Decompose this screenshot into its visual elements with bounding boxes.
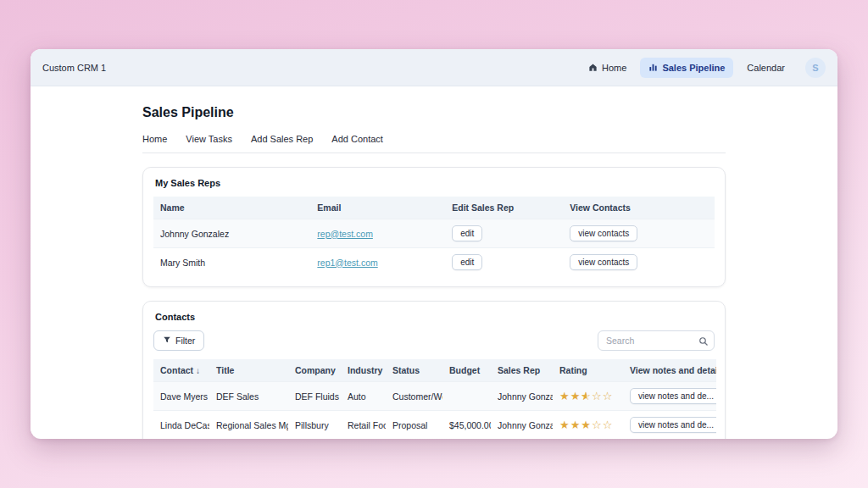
tab-view-tasks[interactable]: View Tasks	[186, 134, 232, 144]
pipeline-icon	[648, 63, 658, 72]
tab-home[interactable]: Home	[142, 134, 167, 144]
cell-status: Customer/Won	[386, 382, 442, 411]
col-header-sales-rep: Sales Rep	[491, 359, 553, 382]
table-row: Mary Smith rep1@test.com edit view conta…	[153, 248, 715, 277]
nav-item-label: Home	[602, 63, 626, 73]
sales-reps-table: Name Email Edit Sales Rep View Contacts …	[153, 197, 715, 276]
tab-add-sales-rep[interactable]: Add Sales Rep	[251, 134, 313, 144]
col-header-view-notes[interactable]: View notes and details↓	[623, 359, 716, 382]
edit-button[interactable]: edit	[452, 225, 482, 241]
user-avatar[interactable]: S	[805, 58, 826, 78]
top-bar: Custom CRM 1 Home Sales Pipeline Calenda…	[31, 49, 837, 86]
cell-title: DEF Sales	[209, 382, 288, 411]
star-icon: ☆★	[581, 390, 592, 402]
filter-button[interactable]: Filter	[153, 330, 204, 351]
contacts-card: Contacts Filter	[142, 301, 726, 439]
col-header-edit: Edit Sales Rep	[445, 197, 563, 219]
cell-title: Regional Sales Mgr	[209, 411, 288, 440]
col-header-industry: Industry	[341, 359, 386, 382]
search-box	[598, 330, 715, 351]
cell-company: DEF Fluids	[288, 382, 341, 411]
top-nav: Home Sales Pipeline Calendar S	[580, 58, 826, 78]
app-title: Custom CRM 1	[42, 63, 106, 73]
view-contacts-button[interactable]: view contacts	[570, 254, 637, 270]
nav-item-sales-pipeline[interactable]: Sales Pipeline	[640, 58, 733, 78]
search-icon	[698, 335, 709, 350]
main-content: Sales Pipeline Home View Tasks Add Sales…	[142, 86, 726, 439]
col-header-view-contacts: View Contacts	[563, 197, 715, 219]
view-notes-button[interactable]: view notes and de...	[630, 388, 716, 404]
sales-reps-card: My Sales Reps Name Email Edit Sales Rep …	[142, 167, 726, 287]
cell-sales-rep: Johnny Gonzalez	[491, 411, 553, 440]
col-header-budget: Budget	[442, 359, 491, 382]
contacts-title: Contacts	[155, 312, 715, 322]
nav-item-label: Calendar	[747, 63, 785, 73]
col-header-contact[interactable]: Contact↓	[153, 359, 209, 382]
star-icon: ★	[559, 419, 570, 431]
filter-label: Filter	[175, 336, 195, 346]
star-icon: ★	[581, 419, 592, 431]
rating-stars: ★★★☆☆	[559, 420, 613, 430]
email-link[interactable]: rep@test.com	[317, 229, 373, 239]
col-header-email: Email	[310, 197, 445, 219]
home-icon	[588, 63, 598, 72]
edit-button[interactable]: edit	[452, 254, 482, 270]
cell-budget: $45,000.00	[442, 411, 491, 440]
star-icon: ★	[559, 390, 570, 402]
view-notes-button[interactable]: view notes and de...	[630, 417, 716, 433]
email-link[interactable]: rep1@test.com	[317, 258, 377, 268]
col-header-status: Status	[386, 359, 442, 382]
star-icon: ★	[570, 390, 581, 402]
col-header-title: Title	[209, 359, 288, 382]
cell-contact: Dave Myers	[153, 382, 209, 411]
tab-bar: Home View Tasks Add Sales Rep Add Contac…	[142, 134, 726, 153]
app-window: Custom CRM 1 Home Sales Pipeline Calenda…	[31, 49, 837, 439]
nav-item-calendar[interactable]: Calendar	[738, 58, 793, 78]
table-row: Dave Myers DEF Sales DEF Fluids Auto Cus…	[153, 382, 716, 411]
star-icon: ☆	[592, 390, 603, 402]
page-title: Sales Pipeline	[142, 105, 726, 120]
view-contacts-button[interactable]: view contacts	[570, 225, 637, 241]
cell-budget	[442, 382, 491, 411]
cell-name: Mary Smith	[153, 248, 310, 277]
table-row: Johnny Gonzalez rep@test.com edit view c…	[153, 219, 715, 248]
cell-sales-rep: Johnny Gonzalez	[491, 382, 553, 411]
cell-industry: Retail Foods	[341, 411, 386, 440]
star-icon: ☆	[592, 419, 603, 431]
star-icon: ☆	[603, 419, 614, 431]
star-icon: ☆	[603, 390, 614, 402]
contacts-toolbar: Filter	[153, 330, 715, 351]
cell-name: Johnny Gonzalez	[153, 219, 310, 248]
sales-reps-title: My Sales Reps	[155, 178, 715, 188]
table-row: Linda DeCastro Regional Sales Mgr Pillsb…	[153, 411, 716, 440]
col-header-name: Name	[153, 197, 310, 219]
table-header-row: Name Email Edit Sales Rep View Contacts	[153, 197, 715, 219]
filter-icon	[163, 336, 171, 346]
cell-status: Proposal	[386, 411, 442, 440]
tab-add-contact[interactable]: Add Contact	[331, 134, 383, 144]
sort-desc-icon: ↓	[196, 366, 200, 375]
nav-item-label: Sales Pipeline	[662, 63, 725, 73]
table-header-row: Contact↓ Title Company Industry Status B…	[153, 359, 716, 382]
cell-contact: Linda DeCastro	[153, 411, 209, 440]
col-header-rating: Rating	[553, 359, 623, 382]
col-header-company: Company	[288, 359, 341, 382]
rating-stars: ★★☆★☆☆	[559, 391, 613, 402]
contacts-table: Contact↓ Title Company Industry Status B…	[153, 359, 716, 439]
nav-item-home[interactable]: Home	[580, 58, 635, 78]
cell-industry: Auto	[341, 382, 386, 411]
cell-company: Pillsbury	[288, 411, 341, 440]
search-input[interactable]	[598, 330, 715, 351]
star-icon: ★	[570, 419, 581, 431]
